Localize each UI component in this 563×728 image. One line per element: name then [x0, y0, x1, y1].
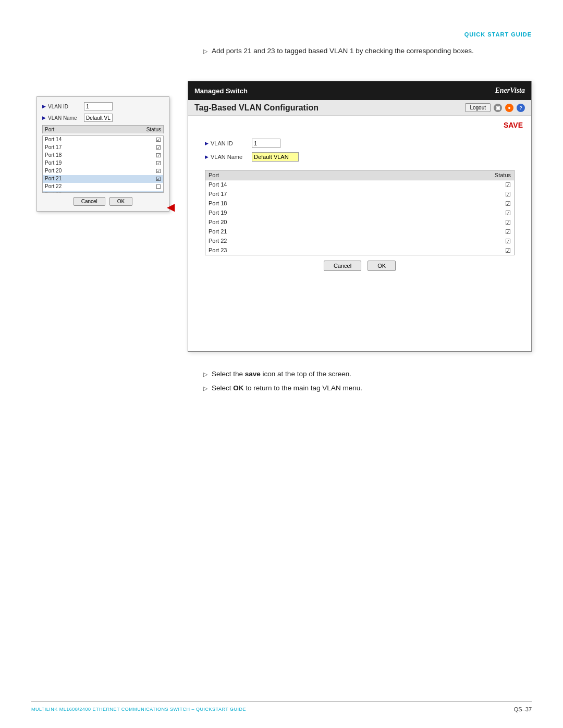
right-vlan-name-row: ▶ VLAN Name: [205, 152, 515, 162]
red-arrow-indicator: ◀: [167, 201, 175, 213]
list-item: Port 18 ☑: [205, 199, 514, 208]
list-item: Port 19 ☑: [43, 159, 163, 167]
right-ok-button[interactable]: OK: [368, 261, 396, 271]
instruction-text-3: Select OK to return to the main tag VLAN…: [212, 384, 362, 392]
list-item: Port 20 ☑: [205, 218, 514, 227]
list-item: Port 14 ☑: [43, 136, 163, 144]
enervista-logo: EnerVista: [495, 87, 525, 95]
list-item: Port 17 ☑: [43, 144, 163, 152]
toolbar-icon-2[interactable]: ●: [505, 104, 513, 112]
left-port-list: Port 14 ☑ Port 17 ☑ Port 18 ☑ Port 19 ☑ …: [43, 136, 163, 193]
list-item: Port 19 ☑: [205, 208, 514, 218]
toolbar-right: Logout ▣ ● ?: [465, 103, 525, 112]
right-port-scroll[interactable]: Port 14 ☑ Port 17 ☑ Port 18 ☑ Port 19: [205, 180, 515, 255]
list-item: Port 22 ☑: [205, 237, 514, 246]
browser-topbar: Managed Switch EnerVista: [188, 81, 531, 100]
list-item: Port 14 ☑: [205, 180, 514, 190]
left-vlan-name-arrow: ▶: [42, 115, 46, 120]
right-vlan-id-row: ▶ VLAN ID: [205, 139, 515, 148]
save-label: SAVE: [197, 121, 523, 129]
right-port-table-header: Port Status: [205, 170, 515, 180]
list-item: Port 17 ☑: [205, 190, 514, 199]
left-port-table-header: Port Status: [42, 125, 164, 133]
screenshot-container: ▶ VLAN ID ▶ VLAN Name Port Status Port 1…: [31, 81, 532, 357]
left-port-scroll[interactable]: Port 14 ☑ Port 17 ☑ Port 18 ☑ Port 19 ☑ …: [42, 135, 164, 193]
browser-toolbar: Tag-Based VLAN Configuration Logout ▣ ● …: [188, 100, 531, 116]
right-dialog-area: ▶ VLAN ID ▶ VLAN Name: [197, 134, 523, 170]
instruction-bullet-2: ▷ Select the save icon at the top of the…: [203, 370, 532, 378]
instruction-bullet-3: ▷ Select OK to return to the main tag VL…: [203, 384, 532, 392]
browser-content: SAVE ▶ VLAN ID ▶ VLAN Name: [188, 116, 531, 281]
right-vlan-name-label: ▶ VLAN Name: [205, 154, 252, 160]
right-dialog-buttons: Cancel OK: [205, 261, 515, 271]
footer-left-text: MULTILINK ML1600/2400 ETHERNET COMMUNICA…: [31, 707, 246, 712]
list-item: Port 23 ☑: [43, 191, 163, 193]
list-item: Port 21 ☑: [43, 175, 163, 183]
left-vlan-name-label: ▶ VLAN Name: [42, 115, 84, 121]
bottom-arrow-1: ▷: [203, 371, 207, 378]
right-port-section: Port Status Port 14 ☑ Port 17 ☑: [205, 170, 515, 255]
page-title: Tag-Based VLAN Configuration: [194, 103, 319, 113]
right-vlan-name-input[interactable]: [252, 152, 299, 162]
instruction-text-1: Add ports 21 and 23 to tagged based VLAN…: [212, 47, 474, 55]
left-vlan-id-label: ▶ VLAN ID: [42, 104, 84, 109]
list-item: Port 18 ☑: [43, 152, 163, 159]
bottom-instructions: ▷ Select the save icon at the top of the…: [203, 370, 532, 398]
left-cancel-button[interactable]: Cancel: [74, 197, 105, 206]
left-vlan-id-arrow: ▶: [42, 104, 46, 109]
right-cancel-button[interactable]: Cancel: [324, 261, 361, 271]
browser-window: Managed Switch EnerVista Tag-Based VLAN …: [188, 81, 532, 352]
left-ok-button[interactable]: OK: [109, 197, 132, 206]
page-header: QUICK START GUIDE: [464, 30, 532, 38]
left-vlan-name-input[interactable]: [84, 114, 113, 122]
toolbar-icon-1[interactable]: ▣: [494, 104, 502, 112]
list-item: Port 23 ☑: [205, 246, 514, 255]
toolbar-icon-help[interactable]: ?: [517, 104, 525, 112]
top-instruction-area: ▷ Add ports 21 and 23 to tagged based VL…: [203, 47, 532, 60]
right-vlan-name-arrow: ▶: [205, 154, 209, 159]
footer: MULTILINK ML1600/2400 ETHERNET COMMUNICA…: [31, 701, 532, 712]
bullet-arrow-icon: ▷: [203, 48, 207, 55]
logout-button[interactable]: Logout: [465, 103, 491, 112]
instruction-bullet-1: ▷ Add ports 21 and 23 to tagged based VL…: [203, 47, 532, 55]
list-item: Port 20 ☑: [43, 167, 163, 175]
right-vlan-id-label: ▶ VLAN ID: [205, 140, 252, 146]
right-port-list: Port 14 ☑ Port 17 ☑ Port 18 ☑ Port 19: [205, 180, 514, 255]
bottom-arrow-2: ▷: [203, 385, 207, 392]
left-vlan-id-row: ▶ VLAN ID: [42, 102, 164, 110]
list-item: Port 21 ☑: [205, 227, 514, 237]
footer-right-text: QS–37: [514, 706, 532, 712]
left-dialog: ▶ VLAN ID ▶ VLAN Name Port Status Port 1…: [36, 96, 169, 212]
app-title: Managed Switch: [194, 87, 248, 95]
left-vlan-name-row: ▶ VLAN Name: [42, 114, 164, 122]
right-vlan-id-input[interactable]: [252, 139, 280, 148]
left-dialog-buttons: Cancel OK: [42, 197, 164, 206]
instruction-text-2: Select the save icon at the top of the s…: [212, 370, 351, 378]
quick-start-guide-label: QUICK START GUIDE: [464, 31, 532, 38]
list-item: Port 22 ☐: [43, 183, 163, 191]
right-vlan-id-arrow: ▶: [205, 141, 209, 146]
left-vlan-id-input[interactable]: [84, 102, 113, 110]
